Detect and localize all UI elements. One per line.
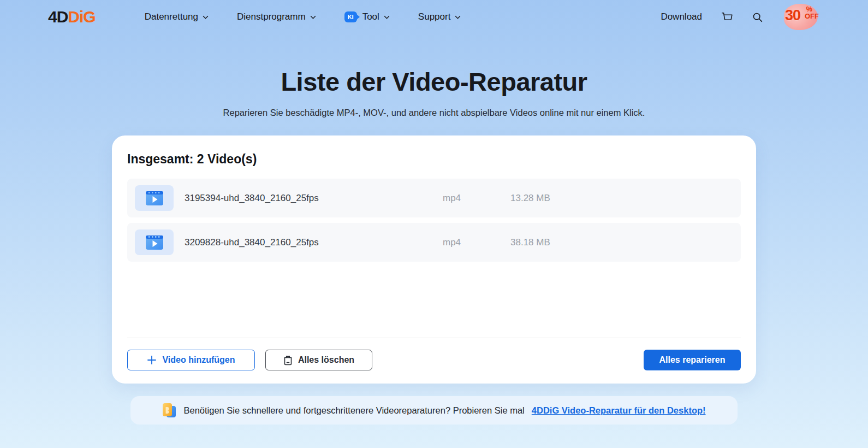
video-row[interactable]: 3195394-uhd_3840_2160_25fps mp4 13.28 MB	[127, 179, 741, 217]
cart-icon[interactable]	[721, 11, 733, 23]
video-size: 38.18 MB	[510, 237, 550, 248]
chevron-down-icon	[203, 15, 209, 19]
total-videos-label: Insgesamt: 2 Video(s)	[127, 152, 741, 167]
nav-label: Dienstprogramm	[237, 11, 306, 22]
promo-number: 30	[785, 7, 800, 24]
top-navigation-bar: 4DDiG Datenrettung Dienstprogramm KI Too…	[0, 0, 868, 34]
nav-item-datenrettung[interactable]: Datenrettung	[145, 11, 209, 22]
search-icon[interactable]	[751, 11, 763, 23]
nav-label: Support	[418, 11, 451, 22]
video-row[interactable]: 3209828-uhd_3840_2160_25fps mp4 38.18 MB	[127, 223, 741, 262]
video-size: 13.28 MB	[510, 193, 550, 204]
video-filename: 3195394-uhd_3840_2160_25fps	[185, 193, 443, 204]
header-right-group: Download 30 % OFF	[661, 3, 820, 31]
page-title: Liste der Video-Reparatur	[0, 67, 868, 97]
promo-30-off-badge[interactable]: 30 % OFF	[782, 3, 820, 31]
nav-label: Tool	[362, 11, 379, 22]
video-repair-list-panel: Insgesamt: 2 Video(s)	[112, 135, 756, 384]
logo-4ddig[interactable]: 4DDiG	[48, 8, 96, 26]
add-video-label: Video hinzufügen	[162, 355, 235, 365]
chevron-down-icon	[310, 15, 316, 19]
video-filename: 3209828-uhd_3840_2160_25fps	[185, 237, 443, 248]
nav-item-ki-tool[interactable]: KI Tool	[344, 11, 390, 22]
video-file-icon	[145, 235, 164, 250]
video-file-icon	[145, 191, 164, 206]
repair-all-label: Alles reparieren	[659, 355, 726, 365]
add-video-button[interactable]: Video hinzufügen	[127, 350, 255, 370]
chevron-down-icon	[455, 15, 461, 19]
nav-item-dienstprogramm[interactable]: Dienstprogramm	[237, 11, 316, 22]
trash-icon	[283, 355, 293, 366]
logo-part-dark: 4D	[48, 8, 68, 26]
ki-badge: KI	[344, 11, 357, 22]
repair-all-button[interactable]: Alles reparieren	[644, 350, 741, 370]
promo-off: OFF	[805, 12, 819, 20]
plus-icon	[147, 355, 157, 365]
delete-all-label: Alles löschen	[298, 355, 354, 365]
nav-item-support[interactable]: Support	[418, 11, 461, 22]
desktop-version-link[interactable]: 4DDiG Video-Reparatur für den Desktop!	[532, 405, 706, 416]
video-list: 3195394-uhd_3840_2160_25fps mp4 13.28 MB…	[127, 179, 741, 262]
video-thumbnail	[135, 229, 174, 255]
hero-section: Liste der Video-Reparatur Reparieren Sie…	[0, 67, 868, 118]
video-thumbnail	[135, 185, 174, 211]
panel-footer: Video hinzufügen Alles löschen Alles rep…	[127, 338, 741, 370]
video-format: mp4	[443, 193, 510, 204]
delete-all-button[interactable]: Alles löschen	[265, 350, 372, 370]
chevron-down-icon	[384, 15, 390, 19]
download-link[interactable]: Download	[661, 11, 702, 22]
page-subtitle: Reparieren Sie beschädigte MP4-, MOV-, u…	[0, 108, 868, 118]
video-format: mp4	[443, 237, 510, 248]
banner-text: Benötigen Sie schnellere und fortgeschri…	[183, 405, 524, 416]
logo-part-orange: DiG	[68, 8, 95, 26]
nav-label: Datenrettung	[145, 11, 198, 22]
main-nav: Datenrettung Dienstprogramm KI Tool Supp…	[145, 11, 461, 22]
desktop-app-icon	[162, 403, 176, 418]
desktop-promo-banner: Benötigen Sie schnellere und fortgeschri…	[130, 396, 738, 425]
